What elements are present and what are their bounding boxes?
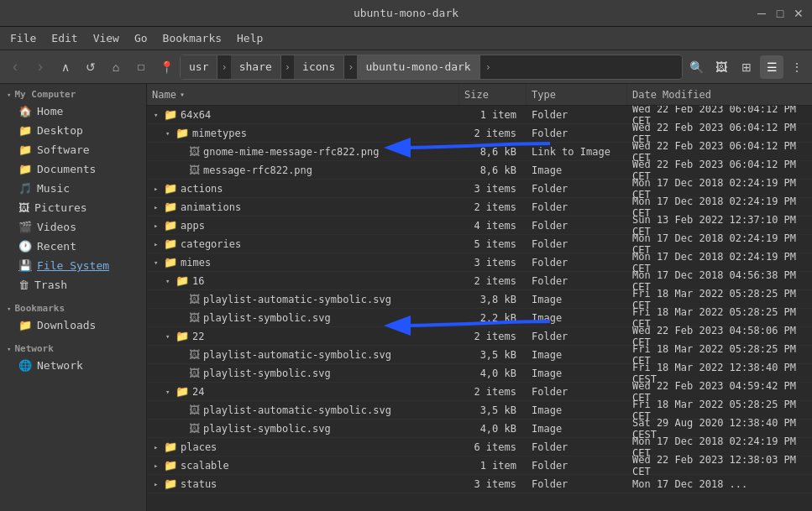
file-name-cell: ▾ 📁 64x64: [147, 106, 459, 123]
file-name-cell: ▾ 📁 mimes: [147, 253, 459, 271]
list-view-button[interactable]: ☰: [760, 55, 783, 79]
file-size-cell: 3 items: [459, 180, 526, 197]
file-size-cell: 8,6 kB: [459, 161, 526, 179]
menu-file[interactable]: File: [3, 30, 43, 46]
menu-go[interactable]: Go: [128, 30, 155, 46]
sidebar-section-my-computer[interactable]: ▾ My Computer: [0, 84, 146, 102]
table-row[interactable]: ▸ 📁 status 3 items Folder Mon 17 Dec 201…: [147, 475, 812, 493]
file-list: ▾ 📁 64x64 1 item Folder Wed 22 Feb 2023 …: [147, 106, 812, 511]
breadcrumb-sep3: ›: [344, 61, 357, 73]
maximize-button[interactable]: □: [773, 7, 787, 20]
file-type-cell: Image: [526, 420, 627, 437]
sidebar: ▾ My Computer 🏠 Home 📁 Desktop 📁 Softwar…: [0, 84, 147, 511]
file-size-cell: 2 items: [459, 272, 526, 289]
file-size-cell: 2 items: [459, 383, 526, 400]
file-name-cell: ▸ 📁 status: [147, 475, 459, 493]
back-button[interactable]: ‹: [3, 55, 27, 79]
file-name-cell: 🖼 gnome-mime-message-rfc822.png: [147, 143, 459, 160]
sidebar-home-label: Home: [37, 105, 63, 117]
sidebar-network-label: Network: [37, 359, 83, 372]
file-type-cell: Link to Image: [526, 143, 627, 160]
titlebar-controls: ─ □ ✕: [755, 7, 805, 20]
file-type-cell: Image: [526, 401, 627, 419]
sidebar-item-videos[interactable]: 🎬 Videos: [0, 217, 146, 237]
table-row[interactable]: ▸ 📁 scalable 1 item Folder Wed 22 Feb 20…: [147, 456, 812, 475]
sidebar-item-filesystem[interactable]: 💾 File System: [0, 256, 146, 275]
downloads-icon: 📁: [18, 319, 32, 331]
sidebar-downloads-label: Downloads: [37, 319, 96, 331]
up-button[interactable]: ∧: [54, 55, 77, 79]
extra-menu-button[interactable]: ⋮: [785, 55, 809, 79]
file-type-cell: Folder: [526, 475, 627, 493]
sidebar-item-network[interactable]: 🌐 Network: [0, 356, 146, 375]
breadcrumb-icons[interactable]: icons: [294, 55, 344, 79]
menu-view[interactable]: View: [86, 30, 126, 46]
col-header-date[interactable]: Date Modified: [627, 84, 812, 105]
my-computer-arrow: ▾: [7, 91, 11, 99]
file-name-cell: 🖼 message-rfc822.png: [147, 161, 459, 179]
file-type-cell: Folder: [526, 272, 627, 289]
file-size-cell: 3 items: [459, 253, 526, 271]
breadcrumb-sep2: ›: [281, 61, 294, 73]
file-size-cell: 6 items: [459, 438, 526, 456]
sidebar-item-downloads[interactable]: 📁 Downloads: [0, 315, 146, 335]
breadcrumb-sep1: ›: [217, 61, 230, 73]
sidebar-item-music[interactable]: 🎵 Music: [0, 179, 146, 198]
icon-view-button[interactable]: ⊞: [735, 55, 758, 79]
menu-edit[interactable]: Edit: [45, 30, 84, 46]
file-name-cell: ▸ 📁 scalable: [147, 456, 459, 474]
file-name-cell: 🖼 playlist-automatic-symbolic.svg: [147, 290, 459, 308]
breadcrumb-area: usr › share › icons › ubuntu-mono-dark ›: [180, 55, 683, 80]
home-button[interactable]: ⌂: [104, 55, 128, 79]
sidebar-item-pictures[interactable]: 🖼 Pictures: [0, 198, 146, 217]
my-computer-label: My Computer: [14, 89, 76, 100]
file-name-cell: ▾ 📁 24: [147, 383, 459, 400]
minimize-button[interactable]: ─: [755, 7, 768, 20]
sidebar-section-bookmarks[interactable]: ▾ Bookmarks: [0, 298, 146, 315]
sidebar-item-documents[interactable]: 📁 Documents: [0, 159, 146, 179]
col-header-name[interactable]: Name ▾: [147, 84, 459, 105]
file-type-cell: Folder: [526, 106, 627, 123]
pictures-icon: 🖼: [18, 201, 29, 214]
sidebar-item-trash[interactable]: 🗑 Trash: [0, 275, 146, 295]
sidebar-section-network[interactable]: ▾ Network: [0, 338, 146, 356]
sidebar-item-software[interactable]: 📁 Software: [0, 140, 146, 159]
file-size-cell: 2 items: [459, 198, 526, 216]
sidebar-documents-label: Documents: [37, 163, 96, 175]
main-area: ▾ My Computer 🏠 Home 📁 Desktop 📁 Softwar…: [0, 84, 812, 511]
new-tab-button[interactable]: □: [129, 55, 153, 79]
titlebar-title: ubuntu-mono-dark: [354, 7, 458, 19]
network-icon: 🌐: [18, 359, 32, 372]
network-section-label: Network: [14, 343, 53, 354]
sort-arrow: ▾: [180, 90, 185, 99]
col-header-size[interactable]: Size: [459, 84, 526, 105]
sidebar-item-home[interactable]: 🏠 Home: [0, 102, 146, 121]
thumbnail-view-button[interactable]: 🖼: [710, 55, 733, 79]
sidebar-item-recent[interactable]: 🕐 Recent: [0, 237, 146, 256]
file-name-cell: 🖼 playlist-symbolic.svg: [147, 309, 459, 326]
close-button[interactable]: ✕: [792, 7, 805, 20]
reload-button[interactable]: ↺: [79, 55, 102, 79]
search-button[interactable]: 🔍: [684, 55, 708, 79]
file-type-cell: Image: [526, 346, 627, 363]
sidebar-pictures-label: Pictures: [34, 201, 87, 214]
col-header-type[interactable]: Type: [526, 84, 627, 105]
file-type-cell: Image: [526, 364, 627, 382]
sidebar-item-desktop[interactable]: 📁 Desktop: [0, 121, 146, 140]
breadcrumb-ubuntu-mono-dark[interactable]: ubuntu-mono-dark: [357, 55, 479, 79]
recent-icon: 🕐: [18, 240, 32, 253]
breadcrumb-share[interactable]: share: [231, 55, 281, 79]
videos-icon: 🎬: [18, 221, 32, 233]
menu-help[interactable]: Help: [230, 30, 270, 46]
file-type-cell: Folder: [526, 456, 627, 474]
home-icon: 🏠: [18, 105, 32, 117]
location-toggle-button[interactable]: 📍: [155, 55, 178, 79]
file-date-cell: Wed 22 Feb 2023 12:38:03 PM CET: [627, 456, 812, 474]
file-size-cell: 2,2 kB: [459, 309, 526, 326]
breadcrumb-usr[interactable]: usr: [181, 55, 217, 79]
breadcrumb-arrow-right[interactable]: ›: [480, 61, 496, 73]
file-name-cell: ▾ 📁 16: [147, 272, 459, 289]
file-size-cell: 2 items: [459, 327, 526, 345]
forward-button[interactable]: ›: [29, 55, 52, 79]
menu-bookmarks[interactable]: Bookmarks: [156, 30, 228, 46]
